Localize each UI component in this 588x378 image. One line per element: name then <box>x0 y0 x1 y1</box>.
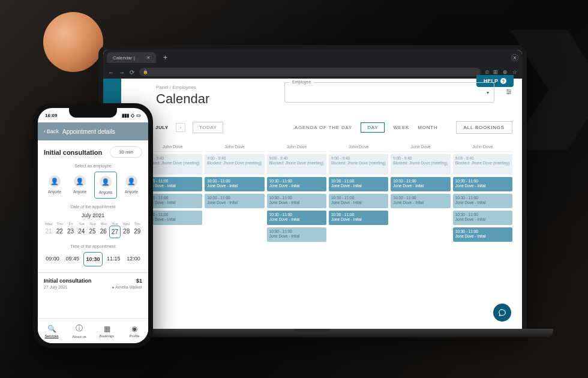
all-bookings-button[interactable]: ALL BOOKINGS <box>456 121 512 134</box>
employee-card[interactable]: 👤Anyone <box>121 172 142 199</box>
column-header: John Dove <box>329 142 388 152</box>
employee-select-label: Employee <box>290 80 313 84</box>
svg-point-4 <box>509 91 511 92</box>
address-bar[interactable]: 🔒 <box>139 68 481 76</box>
summary-employee: ● Amelia Walker <box>112 285 142 289</box>
next-day-button[interactable]: › <box>176 123 185 132</box>
date-cell[interactable]: 24 <box>77 226 86 238</box>
back-button[interactable]: ‹ Back <box>44 128 59 134</box>
avatar-icon: 👤 <box>74 175 86 187</box>
month-label: July 2021 <box>44 212 142 218</box>
calendar-event[interactable]: 9:00 - 9:40Blocked: Jhone Dove (meeting) <box>329 154 388 175</box>
event-column: 9:00 - 9:40Blocked: Jhone Dove (meeting)… <box>453 154 512 242</box>
divider <box>38 272 148 273</box>
zoom-icon[interactable]: ⊕ <box>503 69 508 75</box>
view-day[interactable]: DAY <box>361 122 385 133</box>
time-slot[interactable]: 10:30 <box>83 252 102 266</box>
date-cell[interactable]: 21 <box>44 226 53 238</box>
today-button[interactable]: TODAY <box>193 122 223 133</box>
phone-title: Appointment details <box>62 128 115 135</box>
avatar-icon: 👤 <box>100 176 112 188</box>
date-cell[interactable]: 25 <box>88 226 97 238</box>
tab-title: Calendar | <box>113 55 135 61</box>
date-row: 212223242526272829 <box>44 226 142 238</box>
time-slot[interactable]: 11:15 <box>105 252 122 266</box>
calendar-event[interactable]: 10:30 - 11:00Jone Dove - Inital <box>329 194 388 208</box>
tab-profile[interactable]: ◉Profile <box>121 319 148 343</box>
view-week[interactable]: WEEK <box>393 123 409 132</box>
lock-icon: 🔒 <box>143 70 148 74</box>
column-header: John Dove <box>267 142 326 152</box>
forward-icon[interactable]: → <box>119 69 125 76</box>
new-tab-button[interactable]: + <box>160 52 171 63</box>
tab-bookings[interactable]: ▦Bookings <box>93 319 121 343</box>
calendar-event[interactable]: 10:30 - 11:00Jone Dove - Inital <box>453 177 512 191</box>
calendar-event[interactable]: 10:30 - 11:00Jone Dove - Inital <box>391 177 450 191</box>
service-name: Initial consultation <box>44 149 102 156</box>
calendar-grid: John Dove John Dove John Dove John Dove … <box>131 142 512 242</box>
browser-tab[interactable]: Calendar | × <box>107 52 156 63</box>
event-column: 9:00 - 9:40Blocked: Jhone Dove (meeting)… <box>205 154 264 242</box>
calendar-event[interactable]: 10:30 - 11:00Jone Dove - Inital <box>267 211 326 225</box>
date-cell[interactable]: 27 <box>109 226 120 238</box>
chat-fab[interactable] <box>493 304 511 322</box>
select-employee-label: Select an employee <box>44 164 142 168</box>
calendar-event[interactable]: 10:30 - 11:00Jone Dove - Inital <box>267 177 326 191</box>
info-icon: ⓘ <box>76 323 83 334</box>
time-slot[interactable]: 09:45 <box>64 252 81 266</box>
calendar-event[interactable]: 10:30 - 11:00Jone Dove - Inital <box>391 194 450 208</box>
calendar-event[interactable]: 10:30 - 11:00Jone Dove - Inital <box>205 194 264 208</box>
summary-service: Initial consultation <box>44 278 92 284</box>
star-icon[interactable]: ☆ <box>512 69 517 75</box>
calendar-event[interactable]: 10:30 - 11:00Jone Dove - Inital <box>453 227 512 242</box>
summary-price: $1 <box>136 278 142 284</box>
date-cell[interactable]: 22 <box>55 226 64 238</box>
employee-card[interactable]: 👤Anyone <box>44 172 65 199</box>
date-cell[interactable]: 28 <box>122 226 131 238</box>
date-cell[interactable]: 29 <box>133 226 142 238</box>
calendar-event[interactable]: 9:00 - 9:40Blocked: Jhone Dove (meeting) <box>205 154 264 175</box>
calendar-event[interactable]: 9:00 - 9:40Blocked: Jhone Dove (meeting) <box>453 154 512 175</box>
svg-point-5 <box>508 93 509 94</box>
employee-card-selected[interactable]: 👤Anyone <box>94 172 117 199</box>
tab-close-icon[interactable]: × <box>147 55 150 61</box>
settings-icon[interactable] <box>505 88 512 97</box>
date-cell[interactable]: 26 <box>98 226 108 238</box>
tab-about[interactable]: ⓘAbout us <box>65 319 93 343</box>
calendar-event[interactable]: 9:00 - 9:40Blocked: Jhone Dove (meeting) <box>267 154 326 175</box>
calendar-event[interactable]: 10:30 - 11:00Jone Dove - Inital <box>205 177 264 191</box>
calendar-event[interactable]: 10:30 - 11:00Jone Dove - Inital <box>267 227 326 242</box>
decorative-circle <box>43 12 103 72</box>
reload-icon[interactable]: ⟳ <box>130 69 134 76</box>
employee-row: 👤Anyone 👤Anyone 👤Anyone 👤Anyone <box>44 172 142 199</box>
cast-icon[interactable]: ⎚ <box>485 69 488 75</box>
tab-services[interactable]: 🔍Services <box>38 319 65 343</box>
employee-select[interactable]: Employee ▾ <box>284 82 494 103</box>
back-icon[interactable]: ← <box>108 69 114 76</box>
browser-close-icon[interactable]: × <box>511 54 518 61</box>
time-label: Time of the appointment <box>44 244 142 248</box>
calendar-event[interactable]: 10:30 - 11:00Jone Dove - Inital <box>329 211 388 225</box>
calendar-event[interactable]: 10:30 - 11:00Jone Dove - Inital <box>329 177 388 191</box>
employee-card[interactable]: 👤Anyone <box>69 172 91 199</box>
time-slot[interactable]: 09:00 <box>44 252 61 266</box>
calendar-event[interactable]: 10:30 - 11:00Jone Dove - Inital <box>453 194 512 208</box>
date-cell[interactable]: 23 <box>65 226 75 238</box>
tab-bar: 🔍Services ⓘAbout us ▦Bookings ◉Profile <box>38 318 148 343</box>
status-time: 16:09 <box>45 113 57 118</box>
phone-frame: 16:09 ▮▮▮ ◇ ▭ ‹ Back Appointment details… <box>33 103 153 348</box>
laptop-frame: Calendar | × + × ← → ⟳ 🔒 ⎚ ⊞ ⊕ ☆ <box>98 45 527 330</box>
calendar-event[interactable]: 9:00 - 9:40Blocked: Jhone Dove (meeting) <box>391 154 450 175</box>
calendar-event[interactable]: 10:30 - 11:00Jone Dove - Inital <box>453 211 512 225</box>
phone-notch <box>69 108 117 118</box>
battery-icon: ▭ <box>136 113 141 118</box>
duration-pill[interactable]: 30 min <box>110 146 142 158</box>
calendar-event[interactable]: 10:30 - 11:00Jone Dove - Inital <box>267 194 326 208</box>
profile-icon: ◉ <box>131 325 137 333</box>
qr-icon[interactable]: ⊞ <box>493 69 498 75</box>
help-icon: ? <box>500 78 506 84</box>
view-month[interactable]: MONTH <box>418 123 437 132</box>
event-column: 9:00 - 9:40Blocked: Jhone Dove (meeting)… <box>391 154 450 242</box>
time-slot[interactable]: 12:00 <box>125 252 142 266</box>
calendar-icon: ▦ <box>104 325 110 333</box>
